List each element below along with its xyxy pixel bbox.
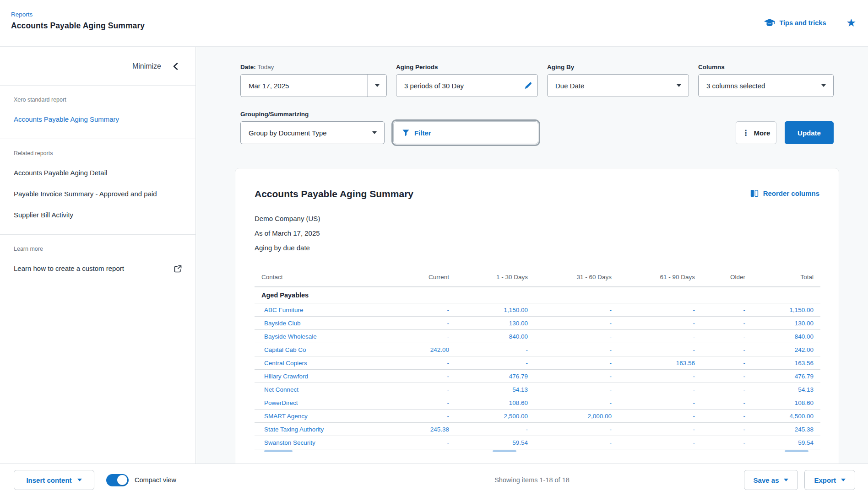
- amount-cell: -: [612, 343, 695, 356]
- more-button[interactable]: ⋮ More: [736, 121, 776, 144]
- amount-cell: -: [695, 370, 745, 383]
- date-select[interactable]: Mar 17, 2025: [240, 74, 387, 97]
- column-header: 61 - 90 Days: [612, 269, 695, 287]
- sidebar-learn-more-section: Learn more Learn how to create a custom …: [0, 235, 195, 288]
- minimize-label[interactable]: Minimize: [132, 62, 161, 70]
- amount-cell: -: [695, 330, 745, 343]
- tips-label: Tips and tricks: [779, 19, 826, 27]
- sidebar: Minimize Xero standard report Accounts P…: [0, 47, 196, 464]
- amount-cell: 54.13: [449, 383, 528, 396]
- amount-cell: -: [695, 423, 745, 436]
- amount-cell: -: [371, 436, 449, 449]
- contact-link[interactable]: Central Copiers: [255, 356, 371, 370]
- aging-periods-field[interactable]: 3 periods of 30 Day: [396, 74, 538, 97]
- amount-cell: -: [612, 423, 695, 436]
- contact-link[interactable]: Hillary Crawford: [255, 370, 371, 383]
- star-icon[interactable]: ★: [846, 17, 856, 28]
- amount-cell: -: [612, 410, 695, 423]
- amount-cell: -: [528, 330, 612, 343]
- export-button[interactable]: Export: [804, 470, 855, 490]
- minimize-row[interactable]: Minimize: [0, 47, 195, 86]
- contact-link[interactable]: Bayside Wholesale: [255, 330, 371, 343]
- filter-button[interactable]: Filter: [393, 121, 538, 144]
- table-row: Capital Cab Co 242.00 - - - - 242.00: [255, 343, 820, 356]
- bottom-toolbar: Insert content Compact view Showing item…: [0, 464, 868, 496]
- amount-cell: -: [449, 423, 528, 436]
- grouping-select[interactable]: Group by Document Type: [240, 121, 385, 144]
- vertical-ellipsis-icon: ⋮: [742, 129, 750, 137]
- caret-down-icon: [677, 84, 681, 87]
- columns-group: Columns 3 columns selected: [698, 64, 834, 97]
- amount-cell: -: [371, 370, 449, 383]
- tips-and-tricks-button[interactable]: Tips and tricks: [764, 18, 826, 28]
- amount-cell: -: [695, 317, 745, 330]
- amount-cell: 108.60: [449, 396, 528, 410]
- table-body: Aged Payables ABC Furniture - 1,150.00 -…: [255, 287, 820, 449]
- columns-icon: [750, 189, 759, 197]
- chevron-left-icon[interactable]: [173, 63, 178, 70]
- caret-down-icon: [372, 131, 377, 134]
- caret-down-icon: [77, 479, 82, 481]
- amount-cell: 2,000.00: [528, 410, 612, 423]
- table-row: Central Copiers - - - 163.56 - 163.56: [255, 356, 820, 370]
- section-label: Related reports: [14, 150, 182, 156]
- column-header: 31 - 60 Days: [528, 269, 612, 287]
- sidebar-related-reports-section: Related reports Accounts Payable Aging D…: [0, 139, 195, 235]
- table-row: PowerDirect - 108.60 - - - 108.60: [255, 396, 820, 410]
- caret-down-icon: [841, 479, 846, 481]
- column-header: Older: [695, 269, 745, 287]
- caret-down-icon: [821, 84, 826, 87]
- amount-cell: 245.38: [371, 423, 449, 436]
- column-header: Current: [371, 269, 449, 287]
- header-right: Tips and tricks ★: [764, 17, 856, 28]
- header-left: Reports Accounts Payable Aging Summary: [11, 11, 145, 31]
- column-header: Total: [745, 269, 820, 287]
- table-row: Net Connect - 54.13 - - - 54.13: [255, 383, 820, 396]
- amount-cell: 840.00: [745, 330, 820, 343]
- sidebar-item-learn-custom-report[interactable]: Learn how to create a custom report: [14, 261, 124, 276]
- table-row: Hillary Crawford - 476.79 - - - 476.79: [255, 370, 820, 383]
- as-of-date: As of March 17, 2025: [255, 226, 819, 241]
- contact-link[interactable]: PowerDirect: [255, 396, 371, 410]
- reorder-columns-button[interactable]: Reorder columns: [750, 189, 819, 197]
- amount-cell: -: [528, 383, 612, 396]
- caret-down-icon: [784, 479, 788, 481]
- amount-cell: -: [528, 370, 612, 383]
- group-header-row: Aged Payables: [255, 287, 820, 303]
- contact-link[interactable]: ABC Furniture: [255, 303, 371, 317]
- sidebar-item-payable-invoice-summary[interactable]: Payable Invoice Summary - Approved and p…: [14, 187, 166, 201]
- amount-cell: 476.79: [745, 370, 820, 383]
- group-header: Aged Payables: [255, 287, 820, 303]
- amount-cell: -: [612, 317, 695, 330]
- amount-cell: -: [695, 410, 745, 423]
- column-header: Contact: [255, 269, 371, 287]
- contact-link[interactable]: Net Connect: [255, 383, 371, 396]
- contact-link[interactable]: Capital Cab Co: [255, 343, 371, 356]
- sidebar-item-supplier-bill-activity[interactable]: Supplier Bill Activity: [14, 208, 166, 222]
- save-as-button[interactable]: Save as: [744, 470, 798, 490]
- breadcrumb[interactable]: Reports: [11, 11, 145, 18]
- amount-cell: 242.00: [745, 343, 820, 356]
- contact-link[interactable]: SMART Agency: [255, 410, 371, 423]
- amount-cell: -: [371, 317, 449, 330]
- sidebar-item-accounts-payable-aging-detail[interactable]: Accounts Payable Aging Detail: [14, 166, 166, 180]
- columns-select[interactable]: 3 columns selected: [698, 74, 834, 97]
- update-button[interactable]: Update: [785, 121, 834, 144]
- amount-cell: -: [695, 396, 745, 410]
- amount-cell: -: [695, 356, 745, 370]
- contact-link[interactable]: Swanston Security: [255, 436, 371, 449]
- clipped-table-row: [255, 449, 819, 453]
- contact-link[interactable]: State Taxing Authority: [255, 423, 371, 436]
- aging-by-select[interactable]: Due Date: [547, 74, 689, 97]
- main-content: Date: Today Mar 17, 2025 Aging Periods 3…: [196, 47, 868, 496]
- insert-content-button[interactable]: Insert content: [14, 470, 94, 490]
- sidebar-item-accounts-payable-aging-summary[interactable]: Accounts Payable Aging Summary: [14, 112, 166, 127]
- contact-link[interactable]: Bayside Club: [255, 317, 371, 330]
- compact-view-toggle[interactable]: [106, 474, 129, 486]
- amount-cell: 476.79: [449, 370, 528, 383]
- aging-summary-table: ContactCurrent1 - 30 Days31 - 60 Days61 …: [255, 269, 820, 449]
- graduation-cap-icon: [764, 18, 775, 28]
- report-meta: Demo Company (US) As of March 17, 2025 A…: [255, 211, 819, 255]
- table-row: ABC Furniture - 1,150.00 - - - 1,150.00: [255, 303, 820, 317]
- column-header: 1 - 30 Days: [449, 269, 528, 287]
